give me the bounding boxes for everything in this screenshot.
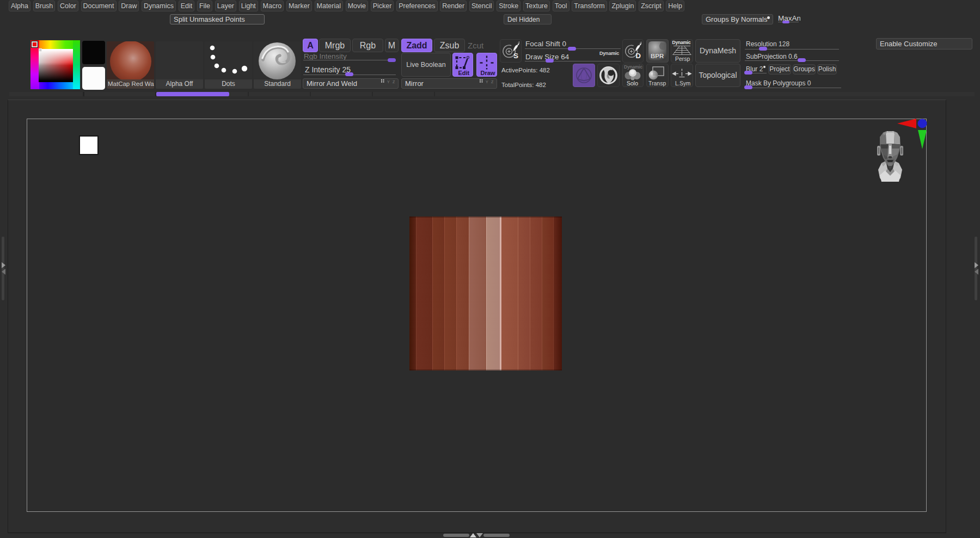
svg-text:Dynamic: Dynamic [624,64,643,70]
svg-text:Z: Z [491,80,494,84]
svg-text:Draw: Draw [481,70,495,76]
svg-text:Z: Z [393,80,395,84]
svg-text:Edit: Edit [458,70,470,76]
svg-text:Persp: Persp [675,55,690,62]
svg-text:Y: Y [387,80,390,84]
svg-text:S: S [513,52,518,60]
svg-text:Solo: Solo [627,80,638,86]
svg-text:D: D [635,52,641,60]
svg-text:Y: Y [486,80,488,84]
svg-text:BPR: BPR [651,53,664,59]
svg-text:Transp: Transp [648,80,666,86]
svg-text:Dynamic: Dynamic [672,40,691,45]
svg-text:L.Sym: L.Sym [675,81,690,86]
